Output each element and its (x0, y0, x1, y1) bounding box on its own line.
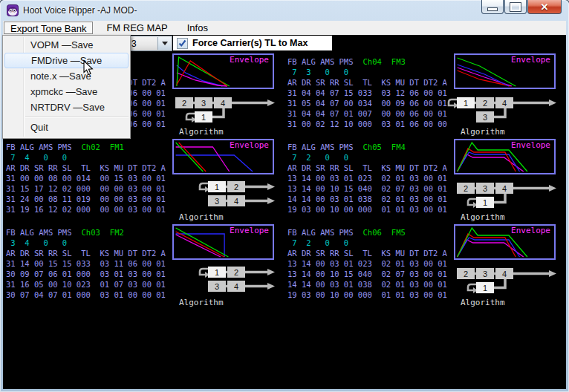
algorithm-caption: Algorithm (461, 212, 505, 222)
param-header: FB ALG AMS PMS (6, 143, 72, 151)
svg-text:3: 3 (483, 270, 487, 278)
export-menu: VOPM —Save FMDrive —Save note.x —Save xp… (2, 35, 131, 139)
svg-text:4: 4 (234, 282, 238, 291)
operator-table: FB ALG AMS PMSCh03FM2 3 4 0 0 AR DR SR R… (6, 227, 166, 300)
channel-label: Ch05 (363, 143, 382, 151)
algorithm-caption: Algorithm (179, 298, 224, 307)
op-rows: 13 14 00 03 01 023 02 01 03 00 01 13 14 … (287, 259, 447, 299)
maximize-button[interactable] (504, 0, 527, 14)
menu-item-notex[interactable]: note.x —Save (4, 68, 129, 84)
channel-block-ch04: FB ALG AMS PMSCh04FM3 7 3 0 0 AR DR SR R… (284, 53, 565, 139)
close-button[interactable]: ✕ (527, 0, 562, 14)
op-header: AR DR SR RR SL TL KS MU DT DT2 A (6, 249, 166, 258)
svg-text:1: 1 (201, 113, 206, 122)
close-icon: ✕ (541, 1, 549, 13)
algorithm-caption: Algorithm (179, 127, 224, 137)
svg-text:2: 2 (234, 183, 238, 192)
svg-text:1: 1 (215, 183, 219, 192)
menubar-fm-reg-map[interactable]: FM REG MAP (99, 22, 175, 34)
fm-label: FM2 (110, 228, 124, 237)
algorithm-caption: Algorithm (179, 212, 224, 222)
op-rows: 31 04 04 07 15 033 03 12 06 00 01 31 05 … (287, 88, 447, 128)
param-values: 7 2 0 0 (287, 153, 348, 162)
svg-text:1: 1 (215, 268, 219, 277)
window-title: Hoot Voice Ripper -AJ MOD- (23, 5, 137, 16)
envelope-panel: Envelope (172, 139, 274, 174)
fm-label: FM3 (391, 57, 406, 66)
algorithm-diagram: 1243 (430, 92, 558, 126)
param-values: 7 4 0 0 (6, 153, 67, 162)
svg-text:4: 4 (502, 270, 507, 278)
force-carrier-checkbox[interactable] (177, 38, 188, 49)
svg-text:4: 4 (502, 184, 507, 193)
envelope-title: Envelope (230, 55, 269, 65)
envelope-panel: Envelope (454, 139, 556, 174)
envelope-title: Envelope (230, 140, 269, 150)
chevron-down-icon (162, 42, 168, 45)
operator-table: FB ALG AMS PMSCh04FM3 7 3 0 0 AR DR SR R… (287, 56, 447, 129)
channel-label: Ch06 (363, 228, 382, 237)
envelope-title: Envelope (230, 226, 269, 235)
title-bar[interactable]: Hoot Voice Ripper -AJ MOD- ✕ (0, 0, 569, 21)
checkmark-icon (178, 39, 186, 48)
algorithm-diagram: 2341 (430, 263, 558, 297)
menu-item-quit[interactable]: Quit (4, 120, 129, 135)
param-header: FB ALG AMS PMS (287, 57, 354, 66)
svg-text:1: 1 (483, 198, 487, 207)
param-header: FB ALG AMS PMS (287, 143, 354, 151)
op-rows: 31 00 00 08 00 014 00 15 03 00 01 31 15 … (6, 174, 166, 214)
svg-text:3: 3 (483, 113, 487, 122)
svg-text:2: 2 (234, 268, 238, 277)
svg-text:2: 2 (182, 99, 186, 108)
param-values: 3 4 0 0 (6, 238, 67, 247)
envelope-panel: Envelope (172, 224, 274, 260)
op-rows: 31 14 00 15 15 033 03 11 06 00 01 30 09 … (6, 259, 166, 299)
maximize-icon (510, 3, 521, 11)
op-header: AR DR SR RR SL TL KS MU DT DT2 A (287, 163, 447, 172)
channel-block-ch02: FB ALG AMS PMSCh02FM1 7 4 0 0 AR DR SR R… (3, 139, 284, 224)
menubar-export-tone-bank[interactable]: Export Tone Bank (4, 22, 93, 34)
op-header: AR DR SR RR SL TL KS MU DT DT2 A (287, 78, 447, 87)
svg-text:3: 3 (201, 99, 206, 108)
op-header: AR DR SR RR SL TL KS MU DT DT2 A (287, 249, 447, 258)
svg-text:3: 3 (215, 197, 219, 206)
svg-text:3: 3 (215, 282, 219, 291)
svg-text:2: 2 (464, 270, 468, 278)
channel-label: Ch03 (82, 228, 100, 237)
envelope-title: Envelope (511, 55, 550, 65)
fm-label: FM1 (110, 143, 124, 151)
channel-label: Ch02 (82, 143, 100, 151)
app-icon (7, 4, 19, 16)
svg-text:1: 1 (483, 284, 487, 293)
param-header: FB ALG AMS PMS (6, 228, 72, 237)
menu-item-nrtdrv[interactable]: NRTDRV —Save (4, 99, 129, 115)
svg-text:4: 4 (502, 99, 507, 108)
svg-text:2: 2 (464, 184, 468, 193)
fm-label: FM5 (391, 228, 406, 237)
envelope-title: Envelope (511, 140, 550, 150)
svg-text:4: 4 (234, 197, 238, 206)
menu-item-vopm[interactable]: VOPM —Save (4, 37, 129, 53)
envelope-title: Envelope (511, 226, 550, 235)
svg-text:4: 4 (221, 99, 225, 108)
menu-item-xpmckc[interactable]: xpmckc —Save (4, 84, 129, 99)
algorithm-diagram: 2341 (149, 92, 276, 126)
menu-separator (25, 117, 129, 118)
combo-dropdown-button[interactable] (157, 37, 171, 50)
algorithm-caption: Algorithm (461, 298, 505, 307)
operator-table: FB ALG AMS PMSCh05FM4 7 2 0 0 AR DR SR R… (287, 142, 447, 215)
menu-item-fmdrive[interactable]: FMDrive —Save (4, 53, 129, 68)
menu-bar: Export Tone Bank FM REG MAP Infos (3, 21, 566, 35)
menubar-infos[interactable]: Infos (180, 22, 215, 34)
svg-text:1: 1 (464, 99, 468, 108)
algorithm-diagram: 2341 (430, 177, 558, 212)
algorithm-caption: Algorithm (461, 127, 505, 137)
op-header: AR DR SR RR SL TL KS MU DT DT2 A (6, 163, 166, 172)
algorithm-diagram: 1234 (149, 263, 276, 297)
fm-label: FM4 (391, 143, 406, 151)
minimize-button[interactable] (481, 0, 504, 14)
force-carrier-label: Force Carrier(s) TL to Max (192, 38, 308, 48)
param-header: FB ALG AMS PMS (287, 228, 354, 237)
app-window: Hoot Voice Ripper -AJ MOD- ✕ Export Tone… (0, 0, 569, 392)
channel-block-ch03: FB ALG AMS PMSCh03FM2 3 4 0 0 AR DR SR R… (3, 224, 284, 310)
